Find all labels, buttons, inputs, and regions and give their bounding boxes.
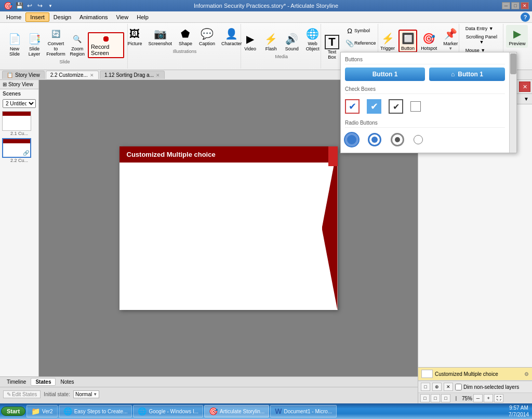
slide-thumb-img-2-1 (2, 111, 31, 131)
scene-select[interactable]: 2 Untitled... (3, 99, 36, 108)
radio-style-4[interactable] (414, 135, 423, 144)
hotspot-icon: 🎯 (422, 31, 436, 46)
scrolling-panel-btn[interactable]: Scrolling Panel ▼ (463, 33, 500, 46)
menu-home[interactable]: Home (2, 13, 25, 21)
record-screen-btn[interactable]: ⏺ Record Screen (88, 32, 124, 58)
zoom-in-btn[interactable]: □ (431, 394, 440, 402)
taskbar-item-ver2[interactable]: 📁 Ver2 (26, 405, 58, 417)
slide-thumbnails: 2.1 Cu... 🔗 2.2 Cu... (0, 109, 38, 376)
taskbar-item-easy-steps[interactable]: 🌐 Easy Steps to Create... (59, 405, 132, 417)
menu-insert[interactable]: Insert (25, 12, 49, 22)
dropdown-quick-btn[interactable]: ▼ (46, 1, 55, 10)
slide-red-side (328, 146, 338, 166)
reference-btn[interactable]: 📎 Reference (343, 37, 378, 49)
hotspot-btn[interactable]: 🎯 Hotspot (418, 30, 440, 52)
slide-layer-btn[interactable]: 📑 SlideLayer (25, 30, 44, 58)
start-button[interactable]: Start (1, 407, 25, 416)
save-quick-btn[interactable]: 💾 (15, 1, 24, 10)
convert-freeform-btn[interactable]: 🔄 Convert toFreeform (45, 25, 67, 58)
close-btn[interactable]: ✕ (521, 2, 529, 9)
dim-checkbox-input[interactable] (455, 384, 462, 390)
tab-customize-close[interactable]: ✕ (90, 73, 94, 78)
preview-btn[interactable]: ▶ Preview (506, 25, 528, 48)
rb-btn-2[interactable]: ⊕ (432, 383, 442, 391)
dim-checkbox[interactable]: Dim non-selected layers (455, 384, 519, 390)
sound-btn[interactable]: 🔊 Sound (282, 30, 302, 53)
trigger-btn[interactable]: ⚡ Trigger (378, 30, 397, 52)
slide-thumb-2-1[interactable]: 2.1 Cu... (2, 111, 36, 136)
zoom-increase-btn[interactable]: + (484, 394, 493, 402)
data-entry-btn[interactable]: Data Entry ▼ (463, 25, 496, 32)
tab-notes[interactable]: Notes (56, 378, 78, 386)
slide-group-label: Slide (59, 59, 70, 64)
redo-quick-btn[interactable]: ↪ (35, 1, 45, 10)
zoom-decrease-btn[interactable]: ─ (473, 394, 483, 402)
zoom-fit-btn[interactable]: □ (441, 394, 450, 402)
taskbar-label-google: Google - Windows I... (149, 409, 198, 414)
illustrations-label: Illustrations (173, 49, 197, 54)
menu-animations[interactable]: Animations (75, 13, 112, 21)
marker-btn[interactable]: 📌 Marker ▼ (441, 25, 460, 52)
caption-btn[interactable]: 💬 Caption (196, 25, 218, 48)
menu-help[interactable]: Help (132, 13, 153, 21)
taskbar-item-word[interactable]: W Document1 - Micro... (270, 405, 337, 417)
taskbar-item-articulate[interactable]: 🎯 Articulate Storylin... (204, 405, 269, 417)
dropdown-scrollbar[interactable] (509, 52, 516, 153)
taskbar-icon-word: W (275, 407, 282, 415)
button-btn[interactable]: 🔲 Button (398, 30, 417, 52)
radio-style-2[interactable] (368, 133, 381, 146)
checkbox-style-4[interactable] (410, 101, 421, 112)
slide-header: Customized Multiple choice (119, 146, 338, 163)
tab-story-view[interactable]: 📋 Story View (2, 71, 45, 79)
maximize-btn[interactable]: □ (511, 2, 520, 9)
rb-btn-1[interactable]: □ (421, 383, 430, 391)
sample-btn-2[interactable]: ⌂ Button 1 (429, 67, 505, 81)
web-object-btn[interactable]: 🌐 WebObject (303, 25, 323, 53)
taskbar-item-google[interactable]: 🌐 Google - Windows I... (133, 405, 203, 417)
minimize-btn[interactable]: ─ (502, 2, 510, 9)
left-panel: ⊞ Story View Scenes 2 Untitled... 2.1 Cu… (0, 80, 39, 376)
zoom-out-btn[interactable]: □ (420, 394, 430, 402)
checkbox-style-2[interactable]: ✔ (367, 99, 381, 114)
menu-design[interactable]: Design (49, 13, 75, 21)
screenshot-btn[interactable]: 📷 Screenshot (145, 25, 175, 48)
scrolling-panel-label: Scrolling Panel ▼ (466, 34, 498, 45)
slide-layers-dropdown-icon[interactable]: ▼ (524, 96, 529, 102)
video-btn[interactable]: ▶ Video (241, 30, 260, 53)
picture-btn[interactable]: 🖼 Picture (125, 25, 144, 48)
tab-sorting-close[interactable]: ✕ (156, 73, 160, 78)
flash-btn[interactable]: ⚡ Flash (261, 30, 281, 53)
story-view-icon: 📋 (7, 72, 13, 78)
tab-sorting[interactable]: 1.12 Sorting Drag a... ✕ (100, 71, 165, 79)
symbol-btn[interactable]: Ω Symbol (343, 25, 378, 36)
button-icon: 🔲 (401, 31, 415, 46)
tab-customize[interactable]: 2.2 Customize... ✕ (46, 71, 99, 79)
home-icon: ⌂ (451, 71, 455, 78)
slide-thumb-2-2[interactable]: 🔗 2.2 Cu... (2, 138, 36, 163)
shape-btn[interactable]: ⬟ Shape (176, 25, 195, 48)
layer-settings-icon[interactable]: ⚙ (524, 371, 529, 377)
radio-style-1[interactable] (345, 133, 358, 146)
checkbox-style-3[interactable]: ✔ (389, 99, 403, 114)
section-checkboxes-title: Check Boxes (345, 86, 505, 94)
zoom-level: 75% (462, 396, 472, 401)
rb-btn-3[interactable]: ✕ (444, 383, 453, 391)
sample-btn-1[interactable]: Button 1 (345, 67, 425, 81)
edit-states-btn[interactable]: ✎ Edit States (3, 390, 41, 398)
zoom-region-btn[interactable]: 🔍 ZoomRegion (68, 30, 87, 58)
new-slide-btn[interactable]: 📄 NewSlide (5, 30, 24, 58)
checkbox-style-1[interactable]: ✔ (345, 99, 360, 114)
marker-icon: 📌 (443, 26, 458, 41)
sorting-label: 1.12 Sorting Drag a... (104, 72, 154, 78)
tab-timeline[interactable]: Timeline (2, 378, 31, 386)
initial-state-select[interactable]: Normal ▼ (73, 390, 99, 398)
help-button[interactable]: ? (521, 12, 530, 22)
menu-view[interactable]: View (112, 13, 133, 21)
undo-quick-btn[interactable]: ↩ (25, 1, 34, 10)
tab-states[interactable]: States (31, 378, 56, 386)
fullscreen-btn[interactable]: ⛶ (494, 394, 503, 402)
text-box-btn[interactable]: T TextBox (322, 33, 342, 61)
rpt-btn-8[interactable]: ✕ (519, 82, 530, 92)
radio-style-3[interactable] (391, 133, 404, 146)
scrollbar-thumb (510, 53, 516, 74)
